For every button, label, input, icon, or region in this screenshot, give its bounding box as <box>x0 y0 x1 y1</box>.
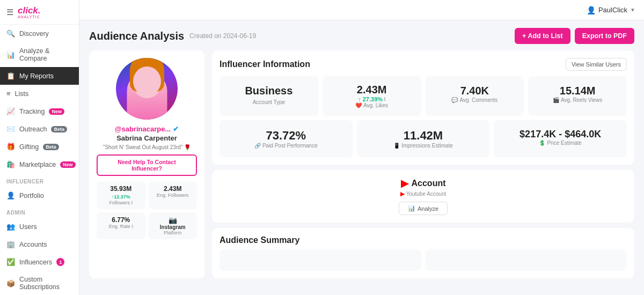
stats-grid: 35.93M ↑12.37% Followers ℹ 2.43M Eng. Fo… <box>97 181 197 239</box>
device-icon: 📱 <box>393 143 400 149</box>
sidebar-item-discovery[interactable]: 🔍 Discovery <box>0 25 79 42</box>
handle-text: @sabrinacarpe... <box>115 125 171 133</box>
analyze-compare-icon: 📊 <box>6 51 15 59</box>
impressions-value: 11.42M <box>363 129 484 143</box>
logo-text: click. <box>18 5 41 16</box>
view-similar-button[interactable]: View Similar Users <box>566 58 627 71</box>
user-menu[interactable]: 👤 PaulClick ▼ <box>587 6 635 14</box>
verified-icon: ✔ <box>173 125 179 133</box>
sidebar-item-marketplace[interactable]: 🛍️ Marketplace New <box>0 156 79 173</box>
paid-post-sub: 🔗 Paid Post Performance <box>226 143 346 149</box>
page-title-group: Audience Analysis Created on 2024-06-19 <box>89 30 256 42</box>
analyze-label: Analyze <box>418 205 438 212</box>
influencer-info-section: Influencer Information View Similar User… <box>212 50 634 165</box>
right-panel: Influencer Information View Similar User… <box>212 50 634 278</box>
avg-likes-change: ↑ 27.39% ℹ <box>329 96 415 102</box>
info-cards-row1: Business Account Type 2.43M ↑ 27.39% ℹ ❤… <box>219 76 627 116</box>
user-icon: 👤 <box>587 6 596 14</box>
profile-handle: @sabrinacarpe... ✔ <box>115 125 179 133</box>
avg-likes-value: 2.43M <box>329 84 415 96</box>
sidebar-item-portfolio[interactable]: 👤 Portfolio <box>0 187 79 204</box>
section-header: Influencer Information View Similar User… <box>219 58 627 71</box>
admin-section-label: ADMIN <box>0 204 79 218</box>
logo-sub: ANALYTIC <box>18 15 41 19</box>
sidebar-item-label: Portfolio <box>19 192 44 200</box>
marketplace-icon: 🛍️ <box>6 160 15 168</box>
price-icon: 💲 <box>539 140 545 146</box>
sidebar-item-label: Outreach <box>19 126 47 133</box>
hamburger-icon[interactable]: ☰ <box>6 8 13 17</box>
avg-likes-sub: ❤️ Avg. Likes <box>329 102 415 108</box>
avg-reels-value: 15.14M <box>535 85 620 97</box>
eng-followers-value: 2.43M <box>153 185 193 193</box>
subscriptions-icon: 📦 <box>6 279 15 287</box>
account-title: Account <box>412 179 446 188</box>
followers-label: Followers ℹ <box>101 200 141 205</box>
profile-card: @sabrinacarpe... ✔ Sabrina Carpenter "Sh… <box>89 50 204 278</box>
avg-likes-card: 2.43M ↑ 27.39% ℹ ❤️ Avg. Likes <box>323 76 421 116</box>
analyze-icon: 📊 <box>408 205 415 212</box>
paid-post-card: 73.72% 🔗 Paid Post Performance <box>219 120 353 157</box>
section-title: Influencer Information <box>219 60 310 69</box>
contact-button[interactable]: Need Help To Contact Influencer? <box>97 154 197 176</box>
info-icon: ℹ <box>131 200 133 205</box>
page-header: Audience Analysis Created on 2024-06-19 … <box>89 28 634 44</box>
followers-change: ↑12.37% <box>112 194 130 200</box>
lists-icon: ≡ <box>6 90 11 98</box>
sidebar-item-label: Influencers <box>19 259 52 266</box>
sidebar-item-gifting[interactable]: 🎁 Gifting Beta <box>0 138 79 156</box>
profile-bio: "Short N' Sweat Out August 23rd" 🌹 <box>103 144 191 150</box>
price-sub: 💲 Price Estimate <box>500 140 620 146</box>
users-icon: 👥 <box>6 223 15 231</box>
sidebar-item-users[interactable]: 👥 Users <box>0 218 79 235</box>
main-content: 👤 PaulClick ▼ Audience Analysis Created … <box>79 0 644 295</box>
sidebar-item-label: Users <box>19 223 37 231</box>
page-title: Audience Analysis <box>89 30 184 42</box>
avg-reels-sub: 🎬 Avg. Reels Views <box>535 97 620 103</box>
sidebar-item-analyze-compare[interactable]: 📊 Analyze & Compare <box>0 42 79 67</box>
audience-summary-content <box>219 249 627 271</box>
sidebar-item-influencers[interactable]: ✅ Influencers 1 <box>0 253 79 271</box>
eng-followers-label: Eng. Followers <box>153 193 193 198</box>
sidebar-item-tracking[interactable]: 📈 Tracking New <box>0 102 79 120</box>
impressions-card: 11.42M 📱 Impressions Estimate <box>357 120 490 157</box>
gifting-badge: Beta <box>43 144 59 150</box>
topbar: 👤 PaulClick ▼ <box>79 0 644 20</box>
export-pdf-button[interactable]: Export to PDF <box>575 28 634 44</box>
comment-icon: 💬 <box>451 97 458 103</box>
yt-sub-icon: ▶ <box>400 190 405 197</box>
sidebar-item-label: Marketplace <box>19 161 56 168</box>
analyze-button[interactable]: 📊 Analyze <box>399 202 448 215</box>
sidebar-item-outreach[interactable]: ✉️ Outreach Beta <box>0 120 79 138</box>
youtube-icon: ▶ <box>401 178 408 189</box>
reports-icon: 📋 <box>6 72 15 80</box>
audience-card-placeholder-1 <box>219 249 421 271</box>
influencers-icon: ✅ <box>6 258 15 266</box>
eng-rate-value: 6.77% <box>101 216 141 224</box>
sidebar-item-custom-subscriptions[interactable]: 📦 Custom Subscriptions <box>0 271 79 295</box>
gifting-icon: 🎁 <box>6 143 15 151</box>
heart-icon: ❤️ <box>355 102 362 108</box>
sidebar-logo: ☰ click. ANALYTIC <box>0 0 79 25</box>
avatar <box>116 58 178 120</box>
account-section: ▶ Account ▶ Youtube Account 📊 Analyze <box>212 170 634 223</box>
influencers-badge: 1 <box>56 258 64 266</box>
header-actions: + Add to List Export to PDF <box>515 28 634 44</box>
bio-emoji: 🌹 <box>184 144 191 150</box>
sidebar-item-lists[interactable]: ≡ Lists <box>0 85 79 102</box>
influencer-section-label: INFLUENCER <box>0 173 79 187</box>
avg-reels-card: 15.14M 🎬 Avg. Reels Views <box>528 76 627 116</box>
account-sub: ▶ Youtube Account <box>400 190 447 197</box>
platform-icon: 📷 <box>153 216 193 224</box>
account-type-label: Account Type <box>226 99 312 105</box>
sidebar-item-label: Lists <box>15 90 29 98</box>
add-to-list-button[interactable]: + Add to List <box>515 28 570 44</box>
profile-name: Sabrina Carpenter <box>116 134 177 142</box>
sidebar-item-accounts[interactable]: 🏢 Accounts <box>0 235 79 253</box>
info-cards-row2: 73.72% 🔗 Paid Post Performance 11.42M 📱 … <box>219 120 627 157</box>
sidebar-item-my-reports[interactable]: 📋 My Reports <box>0 67 79 85</box>
outreach-icon: ✉️ <box>6 125 15 133</box>
price-value: $217.4K - $464.0K <box>500 129 620 140</box>
paid-post-value: 73.72% <box>226 129 346 143</box>
reels-icon: 🎬 <box>553 97 559 103</box>
